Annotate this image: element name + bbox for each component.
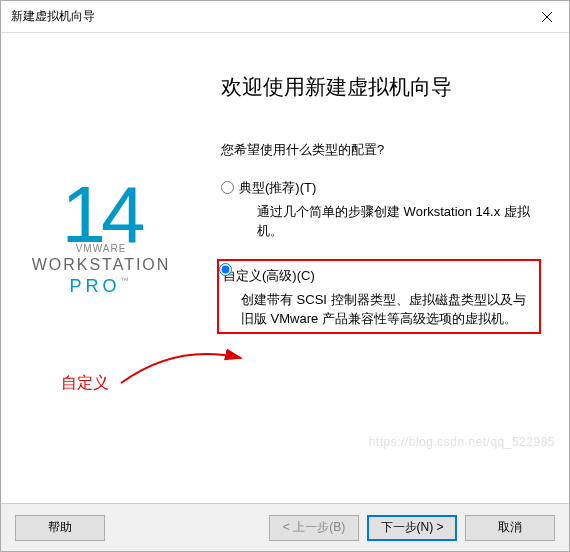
cancel-button[interactable]: 取消 bbox=[465, 515, 555, 541]
option-typical-desc: 通过几个简单的步骤创建 Workstation 14.x 虚拟机。 bbox=[239, 203, 541, 241]
radio-custom[interactable] bbox=[219, 263, 232, 276]
option-typical-label[interactable]: 典型(推荐)(T) bbox=[239, 179, 541, 197]
wizard-dialog: 新建虚拟机向导 14 VMWARE WORKSTATION PRO™ 自定义 bbox=[0, 0, 570, 552]
back-button: < 上一步(B) bbox=[269, 515, 359, 541]
option-custom: 自定义(高级)(C) 创建带有 SCSI 控制器类型、虚拟磁盘类型以及与旧版 V… bbox=[217, 259, 541, 335]
vmware-logo: 14 VMWARE WORKSTATION PRO™ bbox=[32, 179, 171, 297]
logo-workstation-text: WORKSTATION bbox=[32, 256, 171, 274]
option-typical: 典型(推荐)(T) 通过几个简单的步骤创建 Workstation 14.x 虚… bbox=[221, 179, 541, 241]
page-heading: 欢迎使用新建虚拟机向导 bbox=[221, 73, 541, 101]
close-icon bbox=[542, 12, 552, 22]
next-button[interactable]: 下一步(N) > bbox=[367, 515, 457, 541]
button-bar: 帮助 < 上一步(B) 下一步(N) > 取消 bbox=[1, 503, 569, 551]
logo-version-number: 14 bbox=[32, 179, 171, 251]
titlebar: 新建虚拟机向导 bbox=[1, 1, 569, 33]
close-button[interactable] bbox=[524, 1, 569, 33]
logo-pro-text: PRO™ bbox=[32, 276, 171, 297]
logo-panel: 14 VMWARE WORKSTATION PRO™ 自定义 bbox=[1, 33, 201, 503]
window-title: 新建虚拟机向导 bbox=[11, 8, 95, 25]
logo-vmware-text: VMWARE bbox=[32, 243, 171, 254]
annotation-text: 自定义 bbox=[61, 373, 109, 394]
option-custom-desc: 创建带有 SCSI 控制器类型、虚拟磁盘类型以及与旧版 VMware 产品兼容性… bbox=[223, 291, 535, 329]
options-panel: 欢迎使用新建虚拟机向导 您希望使用什么类型的配置? 典型(推荐)(T) 通过几个… bbox=[201, 33, 569, 503]
radio-typical[interactable] bbox=[221, 181, 234, 194]
prompt-text: 您希望使用什么类型的配置? bbox=[221, 141, 541, 159]
content-area: 14 VMWARE WORKSTATION PRO™ 自定义 欢迎使用新建虚拟机… bbox=[1, 33, 569, 503]
help-button[interactable]: 帮助 bbox=[15, 515, 105, 541]
option-custom-label[interactable]: 自定义(高级)(C) bbox=[223, 267, 535, 285]
